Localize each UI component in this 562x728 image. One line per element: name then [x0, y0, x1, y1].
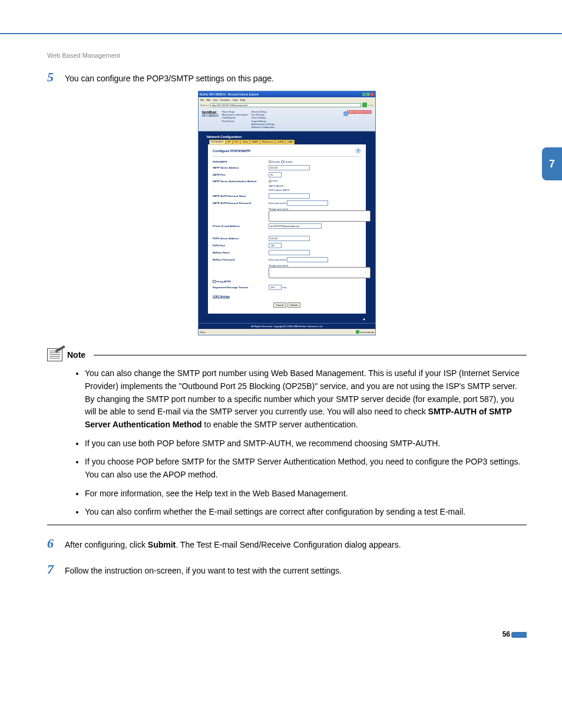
label-mbox-name: Mailbox Name: [213, 251, 269, 254]
tab-snmp[interactable]: SNMP: [250, 140, 260, 144]
label-smtp-auth: SMTP Server Authentication Method: [213, 180, 269, 183]
note-item: You can also change the SMTP port number…: [85, 367, 527, 431]
label-printer-email: Printer E-mail Address: [213, 225, 269, 228]
step-number: 5: [47, 70, 65, 85]
step-text: You can configure the POP3/SMTP settings…: [65, 73, 274, 85]
running-header: Web Based Management: [47, 52, 527, 59]
page-footer: 56: [0, 630, 527, 642]
step-7: 7 Follow the instruction on-screen, if y…: [47, 562, 527, 577]
label-smtp-server: SMTP Server Address: [213, 166, 269, 169]
label-pop3-server: POP3 Server Address: [213, 237, 269, 240]
seg-timeout-input[interactable]: [269, 285, 282, 290]
config-panel: Configure POP3/SMTP ? POP3/SMTPEnable Di…: [208, 144, 366, 314]
apop-checkbox[interactable]: [213, 280, 216, 283]
label-pop3smtp: POP3/SMTP: [213, 160, 269, 163]
chapter-tab: 7: [542, 147, 562, 180]
cancel-button[interactable]: Cancel: [273, 302, 286, 308]
note-item: If you choose POP before SMTP for the SM…: [85, 456, 527, 481]
brother-top-nav: brother. MFC-8860DN Home PageMaintenance…: [199, 108, 375, 131]
tab-mdns[interactable]: mDNS: [275, 140, 285, 144]
tab-ftp[interactable]: FTP: [233, 140, 240, 144]
nav-col-2[interactable]: General SetupFax SettingsI-Fax SettingsC…: [252, 110, 275, 129]
smtp-port-input[interactable]: [269, 172, 282, 177]
radio-auth-none[interactable]: [269, 180, 272, 183]
step-5: 5 You can configure the POP3/SMTP settin…: [47, 70, 527, 85]
mbox-pw2-input[interactable]: [269, 267, 371, 278]
ie-statusbar: Done Local intranet: [199, 329, 375, 335]
solutions-center-button[interactable]: Brother Solutions Center: [347, 110, 372, 114]
scroll-top-icon[interactable]: ▲: [199, 317, 366, 321]
links-label[interactable]: Links: [368, 104, 373, 107]
window-title: Brother MFC-8860DN - Microsoft Internet …: [200, 93, 259, 96]
step-text: After configuring, click Submit. The Tes…: [65, 539, 401, 551]
ifax-settings-link[interactable]: I-FAX Settings: [213, 295, 361, 298]
step-number: 7: [47, 562, 65, 577]
smtp-pw2-input[interactable]: [269, 210, 371, 222]
note-title: Note: [67, 350, 85, 360]
radio-enable[interactable]: [269, 160, 272, 163]
step-text: Follow the instruction on-screen, if you…: [65, 565, 342, 577]
printer-email-input[interactable]: [269, 223, 322, 229]
submit-button[interactable]: Submit: [287, 302, 300, 308]
globe-icon: [343, 111, 348, 116]
zone-icon: [356, 330, 359, 334]
mbox-pw-input[interactable]: [287, 257, 328, 262]
top-blue-rule: [0, 0, 562, 34]
note-icon: [47, 348, 62, 361]
section-title: Network Configuration: [207, 135, 375, 139]
ie-titlebar: Brother MFC-8860DN - Microsoft Internet …: [199, 91, 375, 97]
minimize-icon[interactable]: _: [362, 93, 366, 96]
label-smtp-pw: SMTP-AUTH Account Password: [213, 202, 269, 205]
ie-menubar[interactable]: FileEditViewFavoritesToolsHelp: [199, 97, 375, 102]
pop3-port-input[interactable]: [269, 243, 282, 248]
radio-disable[interactable]: [281, 160, 284, 163]
panel-title: Configure POP3/SMTP: [213, 149, 250, 153]
note-item: You can also confirm whether the E-mail …: [85, 506, 527, 519]
embedded-screenshot: Brother MFC-8860DN - Microsoft Internet …: [198, 91, 376, 335]
address-input[interactable]: http://10.134.33.223/bio/smtp.html: [210, 103, 361, 107]
tab-telnet[interactable]: Telnet: [240, 140, 250, 144]
label-smtp-acc: SMTP-AUTH Account Name: [213, 195, 269, 197]
copyright: All Rights Reserved. Copyright(C) 2000-2…: [199, 323, 375, 329]
note-item: For more information, see the Help text …: [85, 487, 527, 500]
label-pop3-port: POP3 Port: [213, 244, 269, 247]
status-zone: Local intranet: [360, 331, 374, 334]
label-mbox-pw: Mailbox Password: [213, 258, 269, 261]
maximize-icon[interactable]: □: [366, 93, 370, 96]
status-done: Done: [200, 331, 206, 334]
help-icon[interactable]: ?: [355, 148, 361, 154]
model-label: MFC-8860DN: [202, 114, 219, 117]
nav-col-1[interactable]: Home PageMaintenance InformationLists/Re…: [222, 110, 248, 123]
footer-bar-icon: [511, 632, 527, 638]
tab-webserver[interactable]: Web Server: [260, 140, 275, 144]
page-number: 56: [503, 630, 510, 638]
pop3-server-input[interactable]: [269, 236, 310, 241]
address-label: Address: [200, 104, 209, 107]
ie-addressbar[interactable]: Address http://10.134.33.223/bio/smtp.ht…: [199, 102, 375, 108]
go-icon[interactable]: [362, 103, 367, 107]
step-number: 6: [47, 536, 65, 551]
close-icon[interactable]: ×: [371, 93, 374, 96]
note-block: Note You can also change the SMTP port n…: [47, 348, 527, 525]
mbox-name-input[interactable]: [269, 250, 310, 255]
smtp-server-input[interactable]: [269, 165, 310, 170]
label-smtp-port: SMTP Port: [213, 173, 269, 176]
note-list: You can also change the SMTP port number…: [85, 367, 527, 519]
label-seg-timeout: Segmented Message Timeout: [213, 286, 269, 289]
smtp-acc-input[interactable]: [269, 193, 310, 199]
brother-logo: brother.: [202, 110, 219, 114]
smtp-pw-input[interactable]: [287, 200, 328, 206]
tab-pop3smtp[interactable]: POP3/SMTP: [209, 140, 226, 144]
tab-ldap[interactable]: LDAP: [285, 140, 295, 144]
config-tabs[interactable]: POP3/SMTP IPP FTP Telnet SNMP Web Server…: [209, 140, 375, 144]
tab-ipp[interactable]: IPP: [226, 140, 233, 144]
step-6: 6 After configuring, click Submit. The T…: [47, 536, 527, 551]
note-item: If you can use both POP before SMTP and …: [85, 437, 527, 450]
